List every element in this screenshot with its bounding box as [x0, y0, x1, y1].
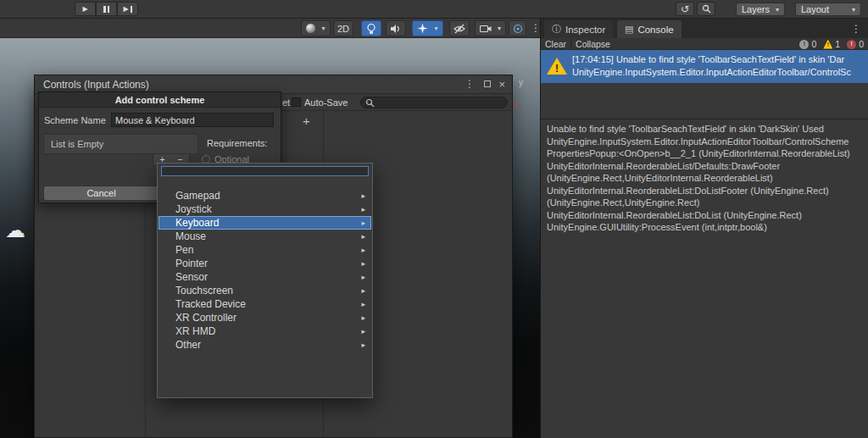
submenu-arrow-icon: ▸: [361, 300, 365, 308]
stack-trace-line: UnityEditorInternal.ReorderableList:DoLi…: [547, 209, 868, 222]
dialog-title: Add control scheme: [39, 92, 281, 108]
layout-label: Layout: [801, 4, 829, 14]
chevron-down-icon: ▾: [321, 25, 325, 32]
menu-item-label: Keyboard: [175, 217, 219, 229]
step-button[interactable]: ▶: [117, 2, 138, 16]
warning-triangle-icon: !: [547, 58, 567, 75]
submenu-arrow-icon: ▸: [361, 313, 365, 322]
window-search-input[interactable]: [360, 97, 508, 108]
menu-item-label: Sensor: [175, 271, 208, 283]
inspector-icon: ⓘ: [552, 23, 561, 36]
error-count-badge[interactable]: ! 0: [847, 39, 864, 49]
stack-trace-line: UnityEditorInternal.ReorderableList/Defa…: [547, 160, 868, 173]
menu-item-other[interactable]: Other▸: [159, 338, 371, 352]
menu-item-tracked-device[interactable]: Tracked Device▸: [159, 297, 371, 311]
menu-item-pen[interactable]: Pen▸: [159, 243, 371, 257]
menu-item-gamepad[interactable]: Gamepad▸: [159, 189, 371, 202]
tab-bar: ⓘ Inspector ▤ Console ⋮: [541, 19, 868, 38]
submenu-arrow-icon: ▸: [361, 205, 365, 213]
axis-z-label: z: [514, 101, 518, 110]
stack-trace-line: (UnityEngine.Rect,UnityEngine.Rect): [547, 197, 868, 209]
menu-item-label: Touchscreen: [175, 285, 233, 297]
console-splitter[interactable]: [541, 119, 868, 119]
play-button[interactable]: ▶: [75, 2, 96, 16]
console-entry-text: [17:04:15] Unable to find style 'Toolbar…: [572, 53, 866, 79]
menu-item-xr-controller[interactable]: XR Controller▸: [159, 311, 371, 324]
shaded-sphere-icon: [306, 24, 315, 33]
scene-camera-button[interactable]: ▾: [475, 20, 506, 36]
menu-item-xr-hmd[interactable]: XR HMD▸: [159, 324, 371, 338]
pause-button[interactable]: [96, 2, 117, 16]
submenu-arrow-icon: ▸: [361, 191, 365, 200]
chevron-down-icon: ▾: [776, 6, 779, 14]
scheme-name-input[interactable]: [111, 113, 274, 127]
scene-audio-toggle[interactable]: [386, 20, 406, 36]
unity-editor: ☁ y z Controls (Input Actions) ⋮ × et Au…: [0, 0, 868, 438]
layers-dropdown[interactable]: Layers ▾: [736, 3, 785, 16]
auto-save-checkbox[interactable]: [292, 97, 301, 107]
gizmo-icon: [513, 24, 523, 34]
add-action-button[interactable]: +: [303, 114, 310, 128]
menu-item-label: Joystick: [175, 203, 212, 215]
error-count: 0: [859, 39, 864, 49]
submenu-arrow-icon: ▸: [361, 273, 365, 281]
submenu-arrow-icon: ▸: [361, 341, 365, 349]
submenu-arrow-icon: ▸: [361, 219, 365, 227]
info-count-badge[interactable]: ! 0: [799, 39, 816, 49]
submenu-arrow-icon: ▸: [361, 232, 365, 241]
console-icon: ▤: [625, 24, 633, 35]
collapse-button[interactable]: Collapse: [571, 39, 615, 49]
menu-item-mouse[interactable]: Mouse▸: [159, 230, 371, 243]
menu-item-label: Other: [175, 339, 201, 351]
requirements-list[interactable]: List is Empty: [43, 134, 198, 154]
warning-icon: !: [823, 40, 832, 49]
console-entry-selected[interactable]: ! [17:04:15] Unable to find style 'Toolb…: [541, 50, 868, 83]
menu-item-pointer[interactable]: Pointer▸: [159, 257, 371, 270]
eye-slash-icon: [453, 24, 465, 34]
tab-inspector[interactable]: ⓘ Inspector: [544, 20, 613, 38]
auto-save-label: Auto-Save: [304, 97, 348, 108]
chevron-down-icon: ▾: [852, 6, 855, 14]
scene-visibility-toggle[interactable]: [449, 20, 470, 36]
console-badges: ! 0 ! 1 ! 0: [799, 39, 864, 49]
warning-count: 1: [835, 39, 840, 49]
axis-y-label: y: [519, 78, 523, 87]
panel-menu-icon[interactable]: ⋮: [851, 23, 861, 35]
info-icon: !: [799, 40, 809, 49]
scheme-name-label: Scheme Name: [44, 115, 106, 125]
window-maximize-icon[interactable]: [484, 78, 491, 90]
shading-mode-button[interactable]: ▾: [301, 20, 331, 36]
lightbulb-icon: [366, 23, 376, 35]
clear-button[interactable]: Clear: [541, 39, 570, 49]
tab-console[interactable]: ▤ Console: [617, 20, 682, 38]
layout-dropdown[interactable]: Layout ▾: [795, 3, 861, 16]
window-title: Controls (Input Actions): [43, 79, 149, 91]
2d-label: 2D: [337, 24, 349, 34]
undo-history-button[interactable]: ↺: [676, 2, 694, 16]
effects-star-icon: [417, 23, 428, 34]
gizmos-button[interactable]: [509, 20, 526, 36]
step-icon: ▶: [123, 6, 128, 13]
window-close-icon[interactable]: ×: [498, 78, 505, 91]
search-icon: [702, 4, 711, 14]
scene-lighting-toggle[interactable]: [361, 20, 381, 36]
search-everywhere-button[interactable]: [697, 2, 715, 16]
pause-icon: [108, 6, 110, 13]
window-menu-icon[interactable]: ⋮: [465, 78, 475, 90]
menu-item-label: Mouse: [175, 230, 206, 242]
cancel-button[interactable]: Cancel: [43, 186, 159, 201]
device-menu-items: Gamepad▸ Joystick▸ Keyboard▸ Mouse▸ Pen▸…: [159, 189, 371, 352]
menu-item-touchscreen[interactable]: Touchscreen▸: [159, 284, 371, 297]
menu-item-sensor[interactable]: Sensor▸: [159, 270, 371, 284]
warning-count-badge[interactable]: ! 1: [823, 39, 840, 49]
2d-toggle-button[interactable]: 2D: [333, 20, 353, 36]
camera-icon: [480, 24, 492, 33]
menu-item-joystick[interactable]: Joystick▸: [159, 202, 371, 216]
submenu-arrow-icon: ▸: [361, 259, 365, 268]
device-search-input[interactable]: [161, 166, 369, 176]
scene-effects-button[interactable]: ▾: [412, 20, 443, 36]
menu-item-keyboard[interactable]: Keyboard▸: [159, 216, 371, 230]
toolbar-truncated-text: et: [282, 97, 290, 108]
maximize-box: [484, 80, 491, 87]
info-count: 0: [811, 39, 816, 49]
